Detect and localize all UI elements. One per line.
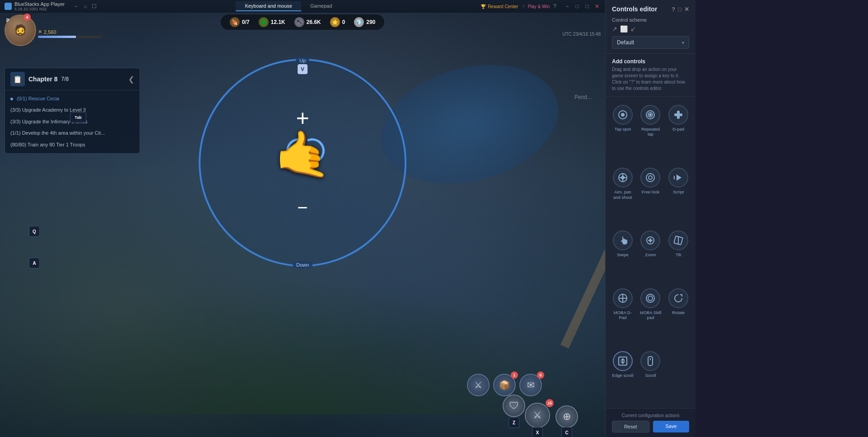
maximize-button[interactable]: □ [583, 3, 591, 10]
tab-bar: Keyboard and mouse Gamepad [101, 1, 476, 11]
free-look-label: Free look [642, 189, 660, 194]
controls-header: Controls editor ? □ ✕ Control scheme ↗ ⬜… [606, 0, 695, 54]
chapter-collapse-button[interactable]: ❮ [128, 75, 134, 84]
control-free-look[interactable]: Free look [638, 165, 663, 224]
aim-pan-shoot-label: Aim, pan and shoot [612, 189, 634, 200]
bottom-action-row: Z 🛡 ⚔ 15 X ⊕ C [509, 403, 578, 428]
minimize-button[interactable]: − [564, 3, 571, 10]
x-action[interactable]: ⚔ 15 X [525, 403, 550, 428]
scheme-export-icon[interactable]: ↙ [630, 25, 636, 33]
chapter-icon: 📋 [10, 72, 25, 86]
rotate-icon [668, 288, 688, 308]
control-rotate[interactable]: Rotate [666, 286, 691, 345]
hud-item-1[interactable]: ⚔ [467, 374, 490, 396]
scheme-label: Control scheme [612, 17, 689, 23]
edge-scroll-label: Edge scroll [612, 373, 633, 378]
resource-wood: 🌲 12.1K [258, 17, 285, 27]
scroll-icon [640, 351, 660, 371]
game-viewport: BlueStacks App Player 5.19.10.1001 N32 ←… [0, 0, 605, 437]
scheme-action-icons: ↗ ⬜ ↙ [612, 25, 689, 33]
chapter-panel: 📋 Chapter 8 7/8 ❮ (0/1) Rescue Cecia (3/… [5, 68, 140, 154]
free-look-icon [640, 168, 660, 188]
control-zoom[interactable]: Zoom [638, 228, 663, 282]
control-dpad[interactable]: D-pad [666, 102, 691, 161]
scheme-import-icon[interactable]: ⬜ [620, 25, 628, 33]
stone-value: 26.6K [306, 19, 321, 25]
hud-bottom-items: ⚔ 📦 1 ✉ 6 [467, 374, 542, 396]
scheme-share-icon[interactable]: ↗ [612, 25, 617, 33]
xp-value: 2,560 [44, 29, 56, 35]
utc-display: UTC 23/4/16 15:48 [563, 32, 601, 37]
footer-config-label: Current configuration actions [612, 413, 689, 418]
home-button[interactable]: ⌂ [82, 2, 89, 10]
food-value: 0/7 [242, 19, 250, 25]
reward-center-button[interactable]: 🏆 Reward Center [481, 4, 518, 9]
c-action[interactable]: ⊕ C [555, 405, 578, 428]
play-win-button[interactable]: ♡ Play & Win [522, 4, 550, 9]
restore-button[interactable]: □ [574, 3, 581, 10]
controls-panel: Controls editor ? □ ✕ Control scheme ↗ ⬜… [605, 0, 695, 437]
resource-coin: 💎 290 [354, 17, 375, 27]
tilt-icon [668, 230, 688, 250]
gesture-hand-icon: 🤙 [275, 128, 331, 181]
controls-close-button[interactable]: ✕ [684, 6, 689, 13]
x-action-icon: ⚔ [525, 403, 550, 428]
control-scroll[interactable]: Scroll [638, 348, 663, 403]
controls-help-button[interactable]: ? [672, 6, 675, 13]
dpad-control[interactable]: Up V 🤙 + − Down [199, 59, 406, 267]
controls-maximize-button[interactable]: □ [678, 6, 681, 13]
control-repeated-tap[interactable]: Repeated tap [638, 102, 663, 161]
controls-title-icons: ? □ ✕ [672, 6, 689, 13]
hud-item-3[interactable]: ✉ 6 [519, 374, 542, 396]
svg-point-18 [649, 240, 651, 241]
screenshot-button[interactable]: ☐ [90, 2, 98, 10]
svg-point-1 [621, 113, 624, 116]
tab-gamepad[interactable]: Gamepad [301, 1, 341, 11]
edge-scroll-icon [613, 351, 633, 371]
top-right-buttons: 🏆 Reward Center ♡ Play & Win ? − □ □ ✕ [476, 3, 605, 10]
controls-editor-title: Controls editor [612, 5, 657, 13]
help-button[interactable]: ? [553, 3, 556, 9]
control-tap-spot[interactable]: Tap spot [610, 102, 635, 161]
coin-icon: 💎 [354, 17, 364, 27]
zoom-icon [640, 230, 660, 250]
wood-value: 12.1K [271, 19, 285, 25]
control-moba-dpad[interactable]: MOBA D-Pad [610, 286, 635, 345]
add-controls-title: Add controls [612, 58, 689, 65]
save-button[interactable]: Save [653, 421, 690, 432]
z-action-icon: 🛡 [503, 395, 525, 417]
control-tilt[interactable]: Tilt [666, 228, 691, 282]
control-script[interactable]: Script [666, 165, 691, 224]
bluestacks-icon [5, 3, 12, 10]
back-button[interactable]: ← [72, 2, 81, 10]
moba-dpad-label: MOBA D-Pad [612, 310, 634, 320]
control-moba-skill[interactable]: MOBA Skill pad [638, 286, 663, 345]
scheme-selector[interactable]: Default ▾ [612, 36, 689, 49]
swipe-icon [613, 230, 633, 250]
xp-bar-container: ✕ 2,560 [38, 29, 101, 38]
z-action[interactable]: Z 🛡 [509, 417, 519, 428]
control-edge-scroll[interactable]: Edge scroll [610, 348, 635, 403]
resources-bar: 🍖 0/7 🌲 12.1K ⛏ 26.6K ⭐ 0 💎 290 [221, 14, 384, 30]
svg-marker-13 [677, 174, 681, 181]
player-level-badge: 4 [23, 14, 31, 21]
resource-stone: ⛏ 26.6K [294, 17, 321, 27]
control-aim-pan-shoot[interactable]: Aim, pan and shoot [610, 165, 635, 224]
dpad-icon [668, 105, 688, 125]
aim-pan-shoot-icon [613, 168, 633, 188]
c-action-icon: ⊕ [555, 405, 578, 428]
swipe-label: Swipe [617, 252, 629, 257]
reset-button[interactable]: Reset [612, 421, 649, 432]
hud-badge-3: 6 [537, 371, 544, 379]
close-button[interactable]: ✕ [593, 3, 601, 10]
hud-item-2[interactable]: 📦 1 [493, 374, 516, 396]
xp-bar [38, 36, 101, 38]
app-logo: BlueStacks App Player 5.19.10.1001 N32 [0, 1, 69, 11]
scheme-arrow-icon: ▾ [682, 40, 684, 45]
chapter-header: 📋 Chapter 8 7/8 ❮ [5, 68, 140, 90]
pending-text: Pend... [574, 94, 592, 100]
zoom-label: Zoom [645, 252, 656, 257]
control-swipe[interactable]: Swipe [610, 228, 635, 282]
tab-keyboard-mouse[interactable]: Keyboard and mouse [236, 1, 301, 11]
repeated-tap-label: Repeated tap [640, 127, 662, 137]
